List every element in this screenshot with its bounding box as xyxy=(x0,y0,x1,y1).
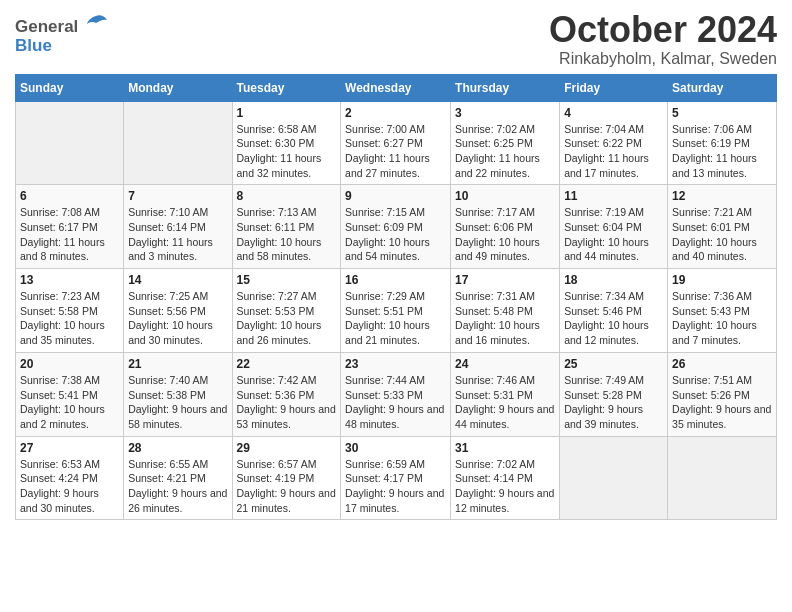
week-row-1: 1Sunrise: 6:58 AM Sunset: 6:30 PM Daylig… xyxy=(16,101,777,185)
day-cell: 17Sunrise: 7:31 AM Sunset: 5:48 PM Dayli… xyxy=(451,269,560,353)
day-cell: 26Sunrise: 7:51 AM Sunset: 5:26 PM Dayli… xyxy=(668,352,777,436)
day-number: 17 xyxy=(455,273,555,287)
header-row: SundayMondayTuesdayWednesdayThursdayFrid… xyxy=(16,74,777,101)
day-number: 27 xyxy=(20,441,119,455)
day-number: 28 xyxy=(128,441,227,455)
day-header-wednesday: Wednesday xyxy=(341,74,451,101)
day-info: Sunrise: 6:58 AM Sunset: 6:30 PM Dayligh… xyxy=(237,122,337,181)
day-cell: 31Sunrise: 7:02 AM Sunset: 4:14 PM Dayli… xyxy=(451,436,560,520)
day-number: 23 xyxy=(345,357,446,371)
day-cell: 20Sunrise: 7:38 AM Sunset: 5:41 PM Dayli… xyxy=(16,352,124,436)
day-number: 6 xyxy=(20,189,119,203)
week-row-3: 13Sunrise: 7:23 AM Sunset: 5:58 PM Dayli… xyxy=(16,269,777,353)
day-cell: 30Sunrise: 6:59 AM Sunset: 4:17 PM Dayli… xyxy=(341,436,451,520)
day-info: Sunrise: 7:27 AM Sunset: 5:53 PM Dayligh… xyxy=(237,289,337,348)
day-number: 21 xyxy=(128,357,227,371)
day-info: Sunrise: 7:49 AM Sunset: 5:28 PM Dayligh… xyxy=(564,373,663,432)
day-cell: 3Sunrise: 7:02 AM Sunset: 6:25 PM Daylig… xyxy=(451,101,560,185)
day-number: 5 xyxy=(672,106,772,120)
day-info: Sunrise: 7:25 AM Sunset: 5:56 PM Dayligh… xyxy=(128,289,227,348)
day-cell: 1Sunrise: 6:58 AM Sunset: 6:30 PM Daylig… xyxy=(232,101,341,185)
day-info: Sunrise: 7:34 AM Sunset: 5:46 PM Dayligh… xyxy=(564,289,663,348)
day-cell: 9Sunrise: 7:15 AM Sunset: 6:09 PM Daylig… xyxy=(341,185,451,269)
day-cell: 21Sunrise: 7:40 AM Sunset: 5:38 PM Dayli… xyxy=(124,352,232,436)
day-info: Sunrise: 7:15 AM Sunset: 6:09 PM Dayligh… xyxy=(345,205,446,264)
day-info: Sunrise: 7:38 AM Sunset: 5:41 PM Dayligh… xyxy=(20,373,119,432)
day-cell: 29Sunrise: 6:57 AM Sunset: 4:19 PM Dayli… xyxy=(232,436,341,520)
day-number: 26 xyxy=(672,357,772,371)
day-header-sunday: Sunday xyxy=(16,74,124,101)
day-cell xyxy=(124,101,232,185)
main-title: October 2024 xyxy=(549,10,777,50)
day-number: 25 xyxy=(564,357,663,371)
day-number: 15 xyxy=(237,273,337,287)
day-number: 20 xyxy=(20,357,119,371)
day-cell: 24Sunrise: 7:46 AM Sunset: 5:31 PM Dayli… xyxy=(451,352,560,436)
day-number: 3 xyxy=(455,106,555,120)
logo-bird-icon xyxy=(85,18,107,35)
day-info: Sunrise: 6:59 AM Sunset: 4:17 PM Dayligh… xyxy=(345,457,446,516)
day-number: 16 xyxy=(345,273,446,287)
day-number: 13 xyxy=(20,273,119,287)
day-cell: 2Sunrise: 7:00 AM Sunset: 6:27 PM Daylig… xyxy=(341,101,451,185)
day-info: Sunrise: 7:17 AM Sunset: 6:06 PM Dayligh… xyxy=(455,205,555,264)
day-cell: 8Sunrise: 7:13 AM Sunset: 6:11 PM Daylig… xyxy=(232,185,341,269)
day-header-saturday: Saturday xyxy=(668,74,777,101)
page-container: General Blue October 2024 Rinkabyholm, K… xyxy=(15,10,777,520)
day-info: Sunrise: 7:08 AM Sunset: 6:17 PM Dayligh… xyxy=(20,205,119,264)
day-cell: 7Sunrise: 7:10 AM Sunset: 6:14 PM Daylig… xyxy=(124,185,232,269)
day-header-tuesday: Tuesday xyxy=(232,74,341,101)
day-info: Sunrise: 7:02 AM Sunset: 4:14 PM Dayligh… xyxy=(455,457,555,516)
day-number: 14 xyxy=(128,273,227,287)
week-row-4: 20Sunrise: 7:38 AM Sunset: 5:41 PM Dayli… xyxy=(16,352,777,436)
day-info: Sunrise: 7:42 AM Sunset: 5:36 PM Dayligh… xyxy=(237,373,337,432)
day-info: Sunrise: 7:31 AM Sunset: 5:48 PM Dayligh… xyxy=(455,289,555,348)
day-info: Sunrise: 7:06 AM Sunset: 6:19 PM Dayligh… xyxy=(672,122,772,181)
title-section: October 2024 Rinkabyholm, Kalmar, Sweden xyxy=(549,10,777,68)
day-cell: 5Sunrise: 7:06 AM Sunset: 6:19 PM Daylig… xyxy=(668,101,777,185)
day-info: Sunrise: 7:23 AM Sunset: 5:58 PM Dayligh… xyxy=(20,289,119,348)
subtitle: Rinkabyholm, Kalmar, Sweden xyxy=(549,50,777,68)
day-number: 29 xyxy=(237,441,337,455)
logo-general: General xyxy=(15,17,78,36)
day-number: 2 xyxy=(345,106,446,120)
day-number: 7 xyxy=(128,189,227,203)
day-header-thursday: Thursday xyxy=(451,74,560,101)
header: General Blue October 2024 Rinkabyholm, K… xyxy=(15,10,777,68)
day-number: 11 xyxy=(564,189,663,203)
day-cell: 13Sunrise: 7:23 AM Sunset: 5:58 PM Dayli… xyxy=(16,269,124,353)
day-header-monday: Monday xyxy=(124,74,232,101)
day-cell xyxy=(16,101,124,185)
day-number: 19 xyxy=(672,273,772,287)
week-row-2: 6Sunrise: 7:08 AM Sunset: 6:17 PM Daylig… xyxy=(16,185,777,269)
day-cell: 25Sunrise: 7:49 AM Sunset: 5:28 PM Dayli… xyxy=(560,352,668,436)
day-info: Sunrise: 7:00 AM Sunset: 6:27 PM Dayligh… xyxy=(345,122,446,181)
day-cell: 12Sunrise: 7:21 AM Sunset: 6:01 PM Dayli… xyxy=(668,185,777,269)
day-info: Sunrise: 7:04 AM Sunset: 6:22 PM Dayligh… xyxy=(564,122,663,181)
day-cell: 15Sunrise: 7:27 AM Sunset: 5:53 PM Dayli… xyxy=(232,269,341,353)
day-number: 8 xyxy=(237,189,337,203)
day-cell: 22Sunrise: 7:42 AM Sunset: 5:36 PM Dayli… xyxy=(232,352,341,436)
day-number: 24 xyxy=(455,357,555,371)
day-number: 12 xyxy=(672,189,772,203)
day-number: 9 xyxy=(345,189,446,203)
day-cell xyxy=(560,436,668,520)
day-cell xyxy=(668,436,777,520)
day-number: 30 xyxy=(345,441,446,455)
day-info: Sunrise: 7:19 AM Sunset: 6:04 PM Dayligh… xyxy=(564,205,663,264)
day-info: Sunrise: 7:46 AM Sunset: 5:31 PM Dayligh… xyxy=(455,373,555,432)
day-info: Sunrise: 7:40 AM Sunset: 5:38 PM Dayligh… xyxy=(128,373,227,432)
day-cell: 19Sunrise: 7:36 AM Sunset: 5:43 PM Dayli… xyxy=(668,269,777,353)
day-cell: 11Sunrise: 7:19 AM Sunset: 6:04 PM Dayli… xyxy=(560,185,668,269)
day-cell: 14Sunrise: 7:25 AM Sunset: 5:56 PM Dayli… xyxy=(124,269,232,353)
day-info: Sunrise: 7:51 AM Sunset: 5:26 PM Dayligh… xyxy=(672,373,772,432)
day-number: 22 xyxy=(237,357,337,371)
day-info: Sunrise: 7:36 AM Sunset: 5:43 PM Dayligh… xyxy=(672,289,772,348)
day-info: Sunrise: 6:57 AM Sunset: 4:19 PM Dayligh… xyxy=(237,457,337,516)
day-number: 10 xyxy=(455,189,555,203)
day-info: Sunrise: 6:55 AM Sunset: 4:21 PM Dayligh… xyxy=(128,457,227,516)
day-header-friday: Friday xyxy=(560,74,668,101)
calendar-table: SundayMondayTuesdayWednesdayThursdayFrid… xyxy=(15,74,777,521)
day-info: Sunrise: 7:13 AM Sunset: 6:11 PM Dayligh… xyxy=(237,205,337,264)
day-info: Sunrise: 7:44 AM Sunset: 5:33 PM Dayligh… xyxy=(345,373,446,432)
